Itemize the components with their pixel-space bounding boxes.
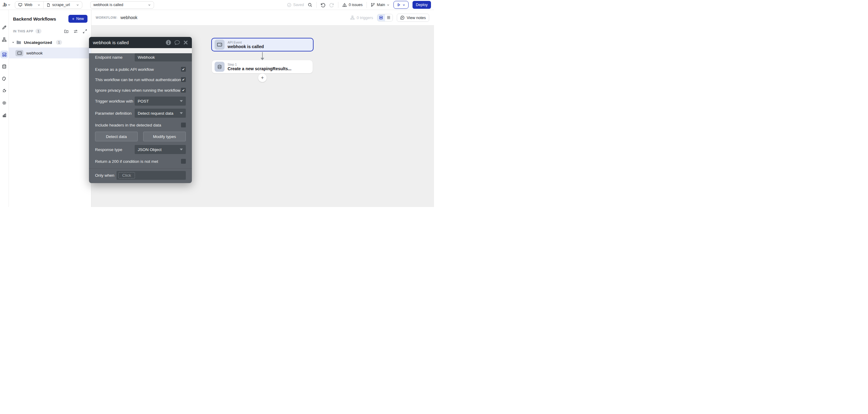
rail-data-item[interactable] xyxy=(0,63,8,70)
expand-icon[interactable] xyxy=(83,29,87,34)
node-text: Step 1 Create a new scrapingResults... xyxy=(227,63,291,71)
logo-chevron-down-icon[interactable] xyxy=(7,3,10,6)
undo-icon[interactable] xyxy=(320,2,326,7)
workflow-list-item-webhook[interactable]: webhook xyxy=(9,47,91,58)
comment-bubble-icon[interactable] xyxy=(174,40,180,45)
panel-title: Backend Workflows xyxy=(13,17,56,22)
popup-header[interactable]: webhook is called xyxy=(89,37,192,48)
preview-run-button[interactable] xyxy=(394,1,409,9)
expose-api-row: Expose as a public API workflow ✔ xyxy=(89,66,192,72)
endpoint-name-row: Endpoint name xyxy=(89,53,192,61)
issues-button[interactable]: 0 issues xyxy=(342,3,363,7)
page-selector[interactable]: scrape_url xyxy=(43,1,82,8)
list-icon xyxy=(386,15,391,20)
close-icon[interactable] xyxy=(183,40,188,45)
new-button-label: New xyxy=(76,17,84,21)
parameter-definition-dropdown[interactable]: Detect request data xyxy=(135,109,186,118)
only-when-placeholder[interactable]: Click xyxy=(118,172,135,179)
sitemap-icon xyxy=(2,37,7,42)
no-auth-checkbox[interactable]: ✔ xyxy=(181,77,186,82)
expose-api-checkbox[interactable]: ✔ xyxy=(181,67,186,72)
panel-section-row: IN THIS APP 1 xyxy=(9,29,91,34)
return-200-label: Return a 200 if condition is not met xyxy=(95,159,158,164)
workflow-icon xyxy=(2,52,7,57)
trigger-method-dropdown[interactable]: POST xyxy=(135,97,186,106)
rail-backend-workflows-item[interactable] xyxy=(0,51,8,58)
list-view-toggle[interactable] xyxy=(385,14,393,21)
app-body: Backend Workflows + New IN THIS APP 1 xyxy=(0,10,434,207)
add-step-button[interactable]: + xyxy=(258,73,267,82)
info-icon[interactable] xyxy=(166,40,171,45)
save-status: Saved xyxy=(287,3,304,7)
workflow-selector-dropdown[interactable]: webhook is called xyxy=(90,1,154,9)
bubble-logo[interactable]: .b xyxy=(2,2,6,8)
backend-workflows-panel: Backend Workflows + New IN THIS APP 1 xyxy=(9,10,91,207)
folder-row-uncategorized[interactable]: Uncategorized 1 xyxy=(9,40,91,45)
include-headers-checkbox[interactable] xyxy=(181,123,186,127)
chevron-down-icon xyxy=(387,4,390,6)
card-view-toggle[interactable] xyxy=(377,14,385,21)
return-200-row: Return a 200 if condition is not met xyxy=(89,158,192,164)
response-type-dropdown[interactable]: JSON Object xyxy=(135,145,186,154)
rail-settings-item[interactable] xyxy=(0,99,8,107)
divider xyxy=(338,2,338,8)
workflow-selector-value: webhook is called xyxy=(94,3,123,7)
left-icon-rail xyxy=(0,10,9,207)
only-when-label: Only when xyxy=(95,173,115,178)
trigger-method-label: Trigger workflow with xyxy=(95,99,135,103)
node-title: Create a new scrapingResults... xyxy=(227,66,291,71)
detect-buttons-row: Detect data Modify types xyxy=(89,132,192,141)
folder-plus-icon[interactable] xyxy=(64,29,69,34)
workflow-item-label: webhook xyxy=(26,51,43,55)
folder-label: Uncategorized xyxy=(24,40,52,45)
rail-plugins-item[interactable] xyxy=(0,87,8,95)
new-workflow-button[interactable]: + New xyxy=(68,15,88,23)
rail-design-item[interactable] xyxy=(0,24,8,31)
connector-arrow xyxy=(260,52,264,60)
detect-data-button[interactable]: Detect data xyxy=(95,132,138,141)
view-notes-button[interactable]: View notes xyxy=(397,13,429,22)
response-type-value: JSON Object xyxy=(138,148,162,152)
return-200-checkbox[interactable] xyxy=(181,159,186,164)
only-when-input[interactable]: Click xyxy=(117,171,186,180)
divider xyxy=(316,2,317,8)
triggers-count: 0 triggers xyxy=(350,15,373,20)
sitemap-icon xyxy=(350,15,355,20)
rail-divider xyxy=(1,39,7,39)
monitor-icon xyxy=(18,3,22,7)
section-label: IN THIS APP xyxy=(13,29,33,33)
rail-logs-item[interactable] xyxy=(0,111,8,119)
endpoint-name-label: Endpoint name xyxy=(95,55,135,60)
warning-triangle-icon xyxy=(342,3,347,7)
pencil-icon xyxy=(2,25,7,30)
node-text: API Event webhook is called xyxy=(227,40,264,49)
rail-styles-item[interactable] xyxy=(0,75,8,83)
parameter-definition-label: Parameter definition xyxy=(95,111,135,116)
cards-icon xyxy=(379,15,383,20)
section-count-badge: 1 xyxy=(35,29,41,34)
platform-label: Web xyxy=(25,3,32,7)
section-actions xyxy=(64,29,87,34)
toolbar-right-cluster: Saved 0 issues xyxy=(287,1,431,9)
workflow-header: WORKFLOW: webhook 0 triggers xyxy=(91,10,434,25)
api-event-node[interactable]: API Event webhook is called xyxy=(211,38,314,52)
platform-selector[interactable]: Web xyxy=(15,1,43,8)
branch-selector[interactable]: Main xyxy=(371,3,390,7)
folder-icon xyxy=(17,40,21,44)
step-1-node[interactable]: Step 1 Create a new scrapingResults... xyxy=(212,60,313,73)
endpoint-name-input[interactable] xyxy=(135,53,192,61)
rail-pages-item[interactable] xyxy=(0,36,8,43)
chevron-down-icon xyxy=(403,4,405,6)
ignore-privacy-checkbox[interactable]: ✔ xyxy=(181,88,186,93)
node-kind-label: Step 1 xyxy=(227,63,291,66)
deploy-button[interactable]: Deploy xyxy=(412,1,431,9)
parameter-definition-row: Parameter definition Detect request data xyxy=(89,109,192,118)
redo-icon[interactable] xyxy=(329,2,334,7)
gear-icon xyxy=(2,100,7,105)
filter-sliders-icon[interactable] xyxy=(73,29,78,34)
api-event-icon xyxy=(16,50,23,56)
modify-types-button[interactable]: Modify types xyxy=(143,132,186,141)
search-icon[interactable] xyxy=(308,3,312,7)
divider xyxy=(367,2,367,8)
play-icon xyxy=(397,3,401,7)
